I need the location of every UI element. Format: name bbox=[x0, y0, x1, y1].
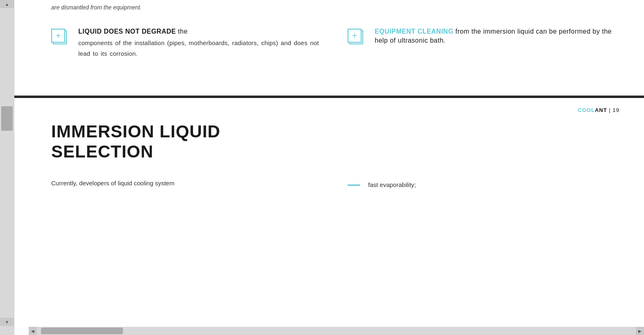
bottom-section: COOLANT | 19 IMMERSION LIQUID SELECTION … bbox=[14, 98, 644, 190]
feature-equipment-cleaning: + EQUIPMENT CLEANING from the immersion … bbox=[348, 27, 619, 59]
scroll-track-horizontal[interactable] bbox=[37, 327, 636, 335]
scroll-right-arrow[interactable]: ▶ bbox=[636, 327, 644, 335]
intro-paragraph: Currently, developers of liquid cooling … bbox=[51, 178, 323, 189]
scroll-track-vertical[interactable] bbox=[0, 8, 14, 335]
section-title-line1: IMMERSION LIQUID bbox=[51, 122, 221, 141]
partial-text: are dismantled from the equipment. bbox=[51, 0, 619, 11]
scroll-thumb-vertical[interactable] bbox=[1, 106, 12, 131]
plus-symbol-1: + bbox=[56, 32, 61, 40]
brand-separator: | bbox=[607, 107, 613, 113]
bottom-left-col: Currently, developers of liquid cooling … bbox=[51, 178, 323, 189]
bottom-right-col: fast evaporability; bbox=[348, 178, 619, 190]
bottom-content: Currently, developers of liquid cooling … bbox=[51, 178, 619, 190]
brand-ant: ANT bbox=[595, 107, 607, 113]
icon-square-front-2: + bbox=[348, 29, 362, 43]
bullet-item-1: fast evaporability; bbox=[368, 180, 416, 190]
scroll-up-arrow[interactable]: ▲ bbox=[0, 0, 14, 8]
feature-title-1: LIQUID DOES NOT DEGRADE the bbox=[78, 27, 323, 36]
section-title-line2: SELECTION bbox=[51, 142, 153, 161]
plus-icon-2: + bbox=[348, 29, 366, 48]
feature-title-bold-1: LIQUID DOES NOT DEGRADE bbox=[78, 28, 176, 35]
feature-text-2: EQUIPMENT CLEANING from the immersion li… bbox=[375, 27, 619, 46]
feature-liquid-degrade: + LIQUID DOES NOT DEGRADE the components… bbox=[51, 27, 323, 59]
feature-title-normal-1: the bbox=[176, 28, 188, 35]
scroll-left-arrow[interactable]: ◀ bbox=[29, 327, 37, 335]
icon-square-front-1: + bbox=[51, 29, 65, 43]
scroll-down-arrow[interactable]: ▼ bbox=[0, 318, 14, 326]
scroll-thumb-horizontal[interactable] bbox=[41, 328, 123, 334]
features-grid: + LIQUID DOES NOT DEGRADE the components… bbox=[51, 19, 619, 79]
page-number-area: COOLANT | 19 bbox=[51, 98, 619, 118]
section-title: IMMERSION LIQUID SELECTION bbox=[51, 122, 619, 162]
feature-title-2: EQUIPMENT CLEANING from the immersion li… bbox=[375, 27, 619, 46]
brand-cool: COOL bbox=[578, 107, 595, 113]
feature-icon-1: + bbox=[51, 29, 70, 48]
feature-icon-2: + bbox=[348, 29, 366, 48]
feature-title-cyan-2: EQUIPMENT CLEANING bbox=[375, 28, 453, 35]
page-container: ▲ ▼ are dismantled from the equipment. bbox=[0, 0, 644, 335]
feature-description-1: components of the installation (pipes, m… bbox=[78, 38, 323, 59]
brand-page-num: 19 bbox=[613, 107, 619, 113]
main-content-area: are dismantled from the equipment. + bbox=[14, 0, 644, 335]
bullet-dash bbox=[348, 185, 360, 186]
vertical-scrollbar[interactable]: ▲ ▼ bbox=[0, 0, 14, 335]
top-section: are dismantled from the equipment. + bbox=[14, 0, 644, 96]
horizontal-scrollbar[interactable]: ◀ ▶ bbox=[29, 327, 644, 335]
page-number: COOLANT | 19 bbox=[578, 107, 619, 113]
plus-symbol-2: + bbox=[352, 32, 357, 40]
plus-icon-1: + bbox=[51, 29, 70, 48]
feature-text-1: LIQUID DOES NOT DEGRADE the components o… bbox=[78, 27, 323, 59]
